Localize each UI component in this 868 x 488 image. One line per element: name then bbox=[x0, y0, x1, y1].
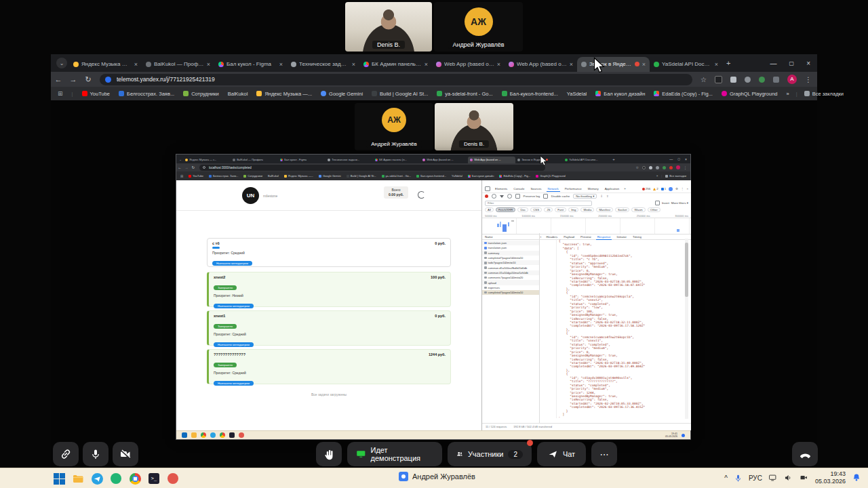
chip-socket[interactable]: Socket bbox=[615, 207, 629, 212]
tab-tech-spec[interactable]: Техническое задани...× bbox=[287, 57, 359, 72]
close-icon[interactable]: × bbox=[352, 61, 355, 68]
bookmark-google-ai[interactable]: Build | Google AI St... bbox=[372, 91, 428, 97]
network-overview-strip[interactable] bbox=[482, 218, 691, 235]
error-badge[interactable]: 256 bbox=[642, 187, 650, 190]
tray-camera-icon[interactable] bbox=[800, 473, 809, 483]
info-badge[interactable]: 1 bbox=[661, 187, 666, 190]
close-devtools-icon[interactable]: × bbox=[686, 187, 688, 190]
display-icon[interactable] bbox=[768, 473, 778, 483]
devtools-tab-memory[interactable]: Memory bbox=[587, 186, 600, 191]
copy-link-button[interactable] bbox=[53, 442, 79, 466]
language-indicator[interactable]: РУС bbox=[749, 474, 762, 482]
network-filter-input[interactable] bbox=[485, 201, 592, 206]
forward-icon[interactable]: → bbox=[66, 75, 81, 83]
bookmark-ya-sdelal-front[interactable]: ya-sdelal-front - Go... bbox=[437, 91, 492, 97]
new-tab-button[interactable]: + bbox=[726, 59, 730, 67]
close-icon[interactable]: × bbox=[570, 61, 573, 68]
task-card[interactable]: xnext2 100 руб. Завершено Приоритет: Низ… bbox=[207, 272, 451, 307]
bookmark-graphql[interactable]: GraphQL Playground bbox=[722, 91, 778, 97]
upload-icon[interactable]: ⇧ bbox=[606, 195, 609, 198]
bookmark-gemini[interactable]: Google Gemini bbox=[321, 91, 363, 97]
chrome-button[interactable] bbox=[129, 472, 141, 485]
bookmark-bal-kukol-frontend[interactable]: Бал-кукол-frontend... bbox=[502, 91, 558, 97]
request-row[interactable]: expenses bbox=[482, 285, 539, 290]
devtools-tab-console[interactable]: Console bbox=[512, 186, 526, 191]
throttling-select[interactable]: No throttling ▾ bbox=[573, 194, 597, 199]
request-row[interactable]: summary bbox=[482, 251, 539, 256]
apps-grid-icon[interactable]: ⊞ bbox=[58, 90, 63, 97]
close-icon[interactable]: × bbox=[207, 61, 210, 68]
request-row[interactable]: upload bbox=[482, 280, 539, 285]
menu-kebab-icon[interactable]: ⋮ bbox=[681, 187, 684, 190]
app-green-button[interactable] bbox=[110, 472, 122, 485]
telegram-button[interactable] bbox=[91, 472, 103, 485]
camera-off-button[interactable] bbox=[113, 442, 138, 466]
record-icon[interactable] bbox=[485, 195, 488, 198]
chip-manifest[interactable]: Manifest bbox=[596, 207, 613, 212]
panel-tab-preview[interactable]: Preview bbox=[579, 235, 593, 239]
start-button[interactable] bbox=[53, 472, 65, 485]
request-row[interactable]: translation.json bbox=[482, 245, 539, 250]
notification-bell-icon[interactable] bbox=[852, 473, 861, 483]
preserve-log-checkbox[interactable] bbox=[515, 194, 520, 199]
request-row[interactable]: comments?page=1&limit=20 bbox=[482, 275, 539, 280]
tray-expand-icon[interactable]: ^ bbox=[724, 474, 728, 482]
chip-all[interactable]: All bbox=[485, 207, 494, 212]
chip-wasm[interactable]: Wasm bbox=[631, 207, 645, 212]
more-filters-button[interactable]: More filters ▾ bbox=[671, 201, 688, 205]
video-tile-andrey[interactable]: АЖ Андрей Журавлёв bbox=[434, 2, 523, 52]
request-row[interactable]: translation.json bbox=[482, 241, 539, 245]
app-red-button[interactable] bbox=[167, 472, 179, 485]
devtools-tab-application[interactable]: Application bbox=[604, 186, 620, 191]
task-card[interactable]: xnext1 0 руб. Завершено Приоритет: Средн… bbox=[207, 310, 451, 346]
end-call-button[interactable] bbox=[792, 442, 818, 466]
warning-badge[interactable]: 2 bbox=[653, 187, 658, 190]
bookmark-yandex-music[interactable]: Яндекс Музыка —... bbox=[256, 91, 312, 97]
extensions-puzzle-icon[interactable] bbox=[773, 77, 779, 83]
devtools-more-tabs[interactable]: » bbox=[624, 187, 625, 190]
bookmark-belgosstrah[interactable]: Белгосстрах. Заяв... bbox=[119, 91, 174, 97]
invert-checkbox[interactable] bbox=[655, 201, 660, 205]
bookmark-employees[interactable]: Сотрудники bbox=[183, 91, 219, 97]
screen-share-status-button[interactable]: Идет демонстрация bbox=[347, 442, 442, 466]
chip-css[interactable]: CSS bbox=[530, 207, 542, 212]
taskbar-window-button[interactable]: Андрей Журавлёв bbox=[399, 472, 475, 481]
request-row-selected[interactable]: completed?page=1&limit=10 bbox=[482, 290, 539, 295]
chip-fetch-xhr[interactable]: Fetch/XHR bbox=[496, 207, 515, 212]
chip-other[interactable]: Other bbox=[648, 207, 660, 212]
profile-avatar[interactable]: A bbox=[787, 75, 797, 84]
panel-tab-timing[interactable]: Timing bbox=[631, 235, 643, 239]
devtools-extension-icon[interactable] bbox=[669, 187, 673, 191]
all-bookmarks-button[interactable]: Все закладки bbox=[804, 91, 844, 97]
mic-extension-icon[interactable] bbox=[745, 77, 751, 83]
disable-cache-checkbox[interactable] bbox=[543, 194, 548, 199]
panel-tab-initiator[interactable]: Initiator bbox=[615, 235, 627, 239]
bookmark-figma-design[interactable]: Бал кукол дизайн bbox=[595, 91, 645, 97]
reload-icon[interactable]: ↻ bbox=[81, 75, 96, 84]
request-row[interactable]: common.d5a500ea9bdb05d0db bbox=[482, 266, 539, 270]
terminal-button[interactable]: >_ bbox=[148, 472, 160, 485]
filter-funnel-icon[interactable] bbox=[500, 195, 504, 198]
chat-button[interactable]: Чат bbox=[537, 442, 586, 466]
bookmarks-overflow-button[interactable]: » bbox=[787, 91, 789, 97]
close-icon[interactable]: × bbox=[497, 61, 500, 68]
scrollbar-thumb[interactable] bbox=[685, 243, 688, 297]
chip-font[interactable]: Font bbox=[555, 207, 566, 212]
tab-search-icon[interactable]: ⌄ bbox=[56, 58, 67, 68]
inner-video-tile-denis[interactable]: Denis B. bbox=[435, 103, 513, 150]
tray-mic-icon[interactable] bbox=[734, 474, 743, 483]
video-tile-denis[interactable]: Denis B. bbox=[345, 2, 432, 52]
more-options-button[interactable]: ⋯ bbox=[591, 442, 617, 466]
recorder-extension-icon[interactable] bbox=[759, 77, 765, 83]
bookmark-yasdelal[interactable]: YaSdelal bbox=[567, 91, 587, 97]
tab-yandex-music[interactable]: Яндекс Музыка — с...× bbox=[69, 57, 142, 72]
devtools-tab-network[interactable]: Network bbox=[547, 186, 560, 192]
devtools-tab-performance[interactable]: Performance bbox=[564, 186, 583, 191]
device-toolbar-icon[interactable] bbox=[485, 186, 490, 191]
bookmark-edaeda[interactable]: EdaEda (Copy) - Fig... bbox=[654, 91, 713, 97]
raise-hand-button[interactable] bbox=[316, 442, 342, 466]
name-column-header[interactable]: Name bbox=[485, 235, 536, 239]
task-card[interactable]: с тб 0 руб. Приоритет: Средний Назначено… bbox=[207, 238, 451, 267]
task-card[interactable]: ?????????????? 1244 руб. Завершено Приор… bbox=[207, 349, 451, 384]
url-input[interactable] bbox=[115, 75, 687, 83]
